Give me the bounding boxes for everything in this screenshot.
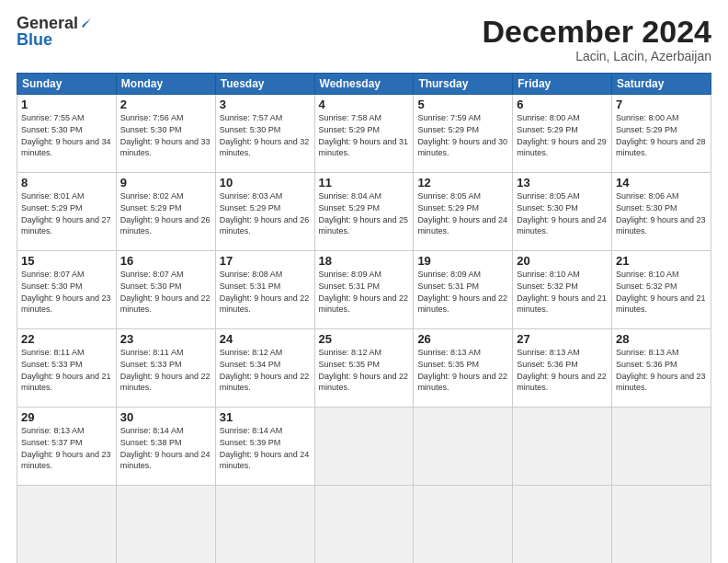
location: Lacin, Lacin, Azerbaijan bbox=[482, 49, 711, 63]
day-info: Sunrise: 8:09 AMSunset: 5:31 PMDaylight:… bbox=[319, 270, 409, 314]
table-row: 28Sunrise: 8:13 AMSunset: 5:36 PMDayligh… bbox=[612, 329, 711, 408]
table-row: 31Sunrise: 8:14 AMSunset: 5:39 PMDayligh… bbox=[215, 408, 314, 486]
day-number: 26 bbox=[417, 332, 508, 346]
day-number: 29 bbox=[21, 410, 112, 424]
day-number: 30 bbox=[120, 410, 211, 424]
day-number: 3 bbox=[220, 98, 311, 111]
calendar-table: Sunday Monday Tuesday Wednesday Thursday… bbox=[17, 73, 711, 563]
day-number: 13 bbox=[517, 176, 608, 190]
day-info: Sunrise: 8:05 AMSunset: 5:29 PMDaylight:… bbox=[417, 191, 507, 236]
table-row: 7Sunrise: 8:00 AMSunset: 5:29 PMDaylight… bbox=[612, 95, 711, 173]
day-info: Sunrise: 8:11 AMSunset: 5:33 PMDaylight:… bbox=[120, 348, 210, 392]
table-row: 11Sunrise: 8:04 AMSunset: 5:29 PMDayligh… bbox=[314, 173, 414, 251]
day-info: Sunrise: 7:58 AMSunset: 5:29 PMDaylight:… bbox=[319, 113, 409, 157]
table-row bbox=[314, 486, 414, 563]
table-row bbox=[414, 486, 513, 563]
table-row bbox=[215, 486, 314, 563]
logo-general: General bbox=[17, 15, 78, 31]
title-block: December 2024 Lacin, Lacin, Azerbaijan bbox=[482, 15, 711, 63]
weekday-header-row: Sunday Monday Tuesday Wednesday Thursday… bbox=[17, 74, 711, 95]
day-info: Sunrise: 7:55 AMSunset: 5:30 PMDaylight:… bbox=[21, 113, 111, 157]
day-number: 17 bbox=[220, 254, 311, 268]
day-info: Sunrise: 8:08 AMSunset: 5:31 PMDaylight:… bbox=[220, 270, 310, 314]
day-info: Sunrise: 8:05 AMSunset: 5:30 PMDaylight:… bbox=[517, 191, 607, 236]
day-number: 21 bbox=[616, 254, 707, 268]
table-row bbox=[414, 408, 513, 486]
day-number: 6 bbox=[517, 98, 608, 111]
logo-bird-icon bbox=[80, 14, 93, 30]
table-row bbox=[314, 408, 414, 486]
table-row: 18Sunrise: 8:09 AMSunset: 5:31 PMDayligh… bbox=[314, 251, 414, 329]
table-row: 6Sunrise: 8:00 AMSunset: 5:29 PMDaylight… bbox=[513, 95, 612, 173]
day-number: 14 bbox=[616, 176, 707, 190]
table-row: 25Sunrise: 8:12 AMSunset: 5:35 PMDayligh… bbox=[314, 329, 414, 408]
table-row: 2Sunrise: 7:56 AMSunset: 5:30 PMDaylight… bbox=[116, 95, 215, 173]
month-title: December 2024 bbox=[482, 15, 711, 49]
day-info: Sunrise: 8:13 AMSunset: 5:36 PMDaylight:… bbox=[517, 348, 607, 392]
day-info: Sunrise: 8:12 AMSunset: 5:34 PMDaylight:… bbox=[220, 348, 310, 392]
day-info: Sunrise: 8:01 AMSunset: 5:29 PMDaylight:… bbox=[21, 191, 111, 236]
header-monday: Monday bbox=[116, 74, 215, 95]
table-row: 17Sunrise: 8:08 AMSunset: 5:31 PMDayligh… bbox=[215, 251, 314, 329]
table-row: 12Sunrise: 8:05 AMSunset: 5:29 PMDayligh… bbox=[414, 173, 513, 251]
table-row: 24Sunrise: 8:12 AMSunset: 5:34 PMDayligh… bbox=[215, 329, 314, 408]
table-row: 27Sunrise: 8:13 AMSunset: 5:36 PMDayligh… bbox=[513, 329, 612, 408]
day-number: 9 bbox=[120, 176, 211, 190]
day-info: Sunrise: 7:56 AMSunset: 5:30 PMDaylight:… bbox=[120, 113, 210, 157]
table-row bbox=[116, 486, 215, 563]
calendar-week-row bbox=[17, 486, 711, 563]
day-info: Sunrise: 8:03 AMSunset: 5:29 PMDaylight:… bbox=[220, 191, 310, 236]
day-info: Sunrise: 8:00 AMSunset: 5:29 PMDaylight:… bbox=[616, 113, 706, 157]
day-number: 19 bbox=[417, 254, 508, 268]
day-number: 18 bbox=[319, 254, 410, 268]
day-info: Sunrise: 8:10 AMSunset: 5:32 PMDaylight:… bbox=[616, 270, 706, 314]
table-row: 16Sunrise: 8:07 AMSunset: 5:30 PMDayligh… bbox=[116, 251, 215, 329]
header-saturday: Saturday bbox=[612, 74, 711, 95]
day-number: 4 bbox=[319, 98, 410, 111]
table-row: 30Sunrise: 8:14 AMSunset: 5:38 PMDayligh… bbox=[116, 408, 215, 486]
header-thursday: Thursday bbox=[414, 74, 513, 95]
day-info: Sunrise: 8:09 AMSunset: 5:31 PMDaylight:… bbox=[417, 270, 507, 314]
table-row: 5Sunrise: 7:59 AMSunset: 5:29 PMDaylight… bbox=[414, 95, 513, 173]
day-number: 28 bbox=[616, 332, 707, 346]
day-number: 27 bbox=[517, 332, 608, 346]
day-number: 2 bbox=[120, 98, 211, 111]
table-row: 13Sunrise: 8:05 AMSunset: 5:30 PMDayligh… bbox=[513, 173, 612, 251]
table-row: 14Sunrise: 8:06 AMSunset: 5:30 PMDayligh… bbox=[612, 173, 711, 251]
day-info: Sunrise: 8:14 AMSunset: 5:38 PMDaylight:… bbox=[120, 426, 210, 470]
table-row: 9Sunrise: 8:02 AMSunset: 5:29 PMDaylight… bbox=[116, 173, 215, 251]
table-row: 21Sunrise: 8:10 AMSunset: 5:32 PMDayligh… bbox=[612, 251, 711, 329]
day-number: 10 bbox=[220, 176, 311, 190]
table-row: 19Sunrise: 8:09 AMSunset: 5:31 PMDayligh… bbox=[414, 251, 513, 329]
logo: General Blue bbox=[17, 15, 93, 48]
day-number: 7 bbox=[616, 98, 707, 111]
day-info: Sunrise: 8:04 AMSunset: 5:29 PMDaylight:… bbox=[319, 191, 409, 236]
day-number: 23 bbox=[120, 332, 211, 346]
day-number: 31 bbox=[220, 410, 311, 424]
day-info: Sunrise: 8:13 AMSunset: 5:36 PMDaylight:… bbox=[616, 348, 706, 392]
day-info: Sunrise: 8:06 AMSunset: 5:30 PMDaylight:… bbox=[616, 191, 706, 236]
calendar-week-row: 8Sunrise: 8:01 AMSunset: 5:29 PMDaylight… bbox=[17, 173, 711, 251]
table-row bbox=[612, 408, 711, 486]
calendar-week-row: 1Sunrise: 7:55 AMSunset: 5:30 PMDaylight… bbox=[17, 95, 711, 173]
day-info: Sunrise: 8:11 AMSunset: 5:33 PMDaylight:… bbox=[21, 348, 111, 392]
day-info: Sunrise: 8:02 AMSunset: 5:29 PMDaylight:… bbox=[120, 191, 210, 236]
day-number: 25 bbox=[319, 332, 410, 346]
table-row: 3Sunrise: 7:57 AMSunset: 5:30 PMDaylight… bbox=[215, 95, 314, 173]
table-row: 8Sunrise: 8:01 AMSunset: 5:29 PMDaylight… bbox=[17, 173, 117, 251]
day-info: Sunrise: 8:10 AMSunset: 5:32 PMDaylight:… bbox=[517, 270, 607, 314]
day-number: 20 bbox=[517, 254, 608, 268]
table-row: 26Sunrise: 8:13 AMSunset: 5:35 PMDayligh… bbox=[414, 329, 513, 408]
day-number: 11 bbox=[319, 176, 410, 190]
day-number: 12 bbox=[417, 176, 508, 190]
table-row: 22Sunrise: 8:11 AMSunset: 5:33 PMDayligh… bbox=[17, 329, 117, 408]
table-row bbox=[513, 408, 612, 486]
calendar-week-row: 29Sunrise: 8:13 AMSunset: 5:37 PMDayligh… bbox=[17, 408, 711, 486]
day-number: 8 bbox=[21, 176, 112, 190]
header-sunday: Sunday bbox=[17, 74, 117, 95]
day-info: Sunrise: 8:13 AMSunset: 5:37 PMDaylight:… bbox=[21, 426, 111, 470]
calendar-week-row: 15Sunrise: 8:07 AMSunset: 5:30 PMDayligh… bbox=[17, 251, 711, 329]
table-row: 1Sunrise: 7:55 AMSunset: 5:30 PMDaylight… bbox=[17, 95, 117, 173]
page: General Blue December 2024 Lacin, Lacin,… bbox=[0, 0, 728, 563]
day-info: Sunrise: 8:07 AMSunset: 5:30 PMDaylight:… bbox=[21, 270, 111, 314]
